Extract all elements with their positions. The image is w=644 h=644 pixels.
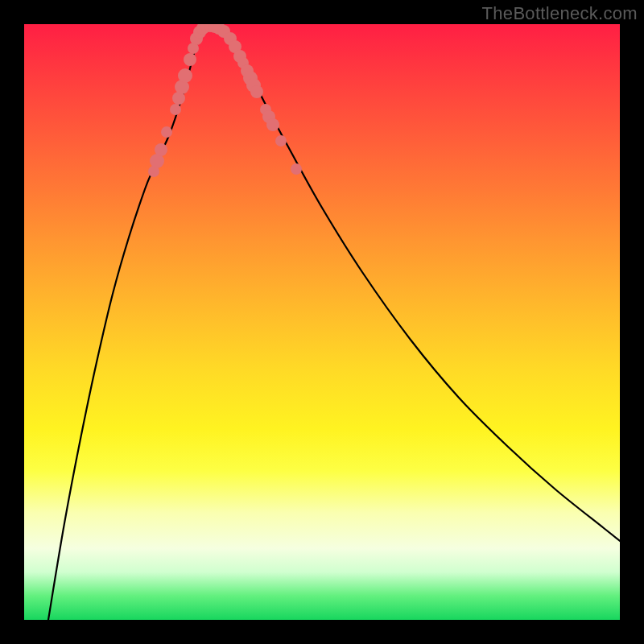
data-marker [161,126,172,138]
plot-area [24,24,620,620]
data-marker [266,118,279,131]
data-marker [291,163,302,175]
curve-layer [24,24,620,620]
data-marker [178,68,192,83]
bottleneck-curve [48,25,620,620]
data-marker [184,53,196,66]
marker-group [148,24,302,177]
chart-frame: TheBottleneck.com [0,0,644,644]
data-marker [155,143,167,156]
data-marker [170,104,181,115]
data-marker [250,85,263,98]
watermark-label: TheBottleneck.com [482,3,638,24]
data-marker [275,135,287,147]
